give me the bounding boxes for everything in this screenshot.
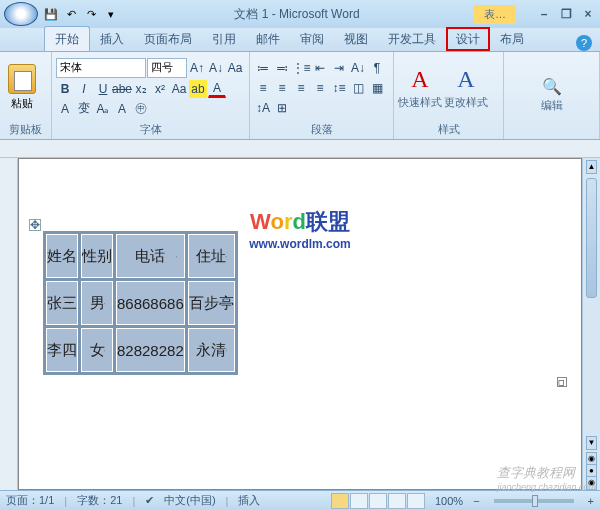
table-cell[interactable]: 女 — [81, 328, 113, 372]
font-color-button[interactable]: A — [208, 80, 226, 98]
vertical-scrollbar[interactable]: ▲ ▼ ◉ ● ◉ — [582, 158, 600, 490]
change-styles-button[interactable]: A 更改样式 — [444, 66, 488, 110]
highlight-button[interactable]: ab — [189, 80, 207, 98]
phonetic-button[interactable]: 变 — [75, 100, 93, 118]
table-cell[interactable]: 性别 — [81, 234, 113, 278]
minimize-button[interactable]: – — [536, 7, 552, 21]
tab-page-layout[interactable]: 页面布局 — [134, 27, 202, 51]
change-case-button[interactable]: Aa — [170, 80, 188, 98]
close-button[interactable]: × — [580, 7, 596, 21]
char-shading-button[interactable]: A — [113, 100, 131, 118]
table-cell[interactable]: 张三 — [46, 281, 78, 325]
align-center-button[interactable]: ≡ — [273, 79, 291, 97]
draft-view[interactable] — [407, 493, 425, 509]
char-border-button[interactable]: Aₐ — [94, 100, 112, 118]
tab-insert[interactable]: 插入 — [90, 27, 134, 51]
table-cell[interactable]: 86868686 — [116, 281, 185, 325]
save-icon[interactable]: 💾 — [42, 5, 60, 23]
table-row: 姓名 性别 电话 住址 — [46, 234, 235, 278]
office-button[interactable] — [4, 2, 38, 26]
table-move-handle[interactable]: ✥ — [29, 219, 41, 231]
status-language[interactable]: 中文(中国) — [164, 493, 215, 508]
help-icon[interactable]: ? — [576, 35, 592, 51]
group-editing: 🔍 编辑 — [504, 52, 600, 139]
enclose-char-button[interactable]: ㊥ — [132, 100, 150, 118]
status-bar: 页面：1/1 | 字数：21 | ✔ 中文(中国) | 插入 100% − + — [0, 490, 600, 510]
scroll-down-icon[interactable]: ▼ — [586, 436, 597, 450]
horizontal-ruler[interactable] — [0, 140, 600, 158]
paste-button[interactable]: 粘贴 — [4, 64, 40, 111]
table-resize-handle[interactable]: ◻ — [557, 377, 567, 387]
bold-button[interactable]: B — [56, 80, 74, 98]
superscript-button[interactable]: x² — [151, 80, 169, 98]
tab-references[interactable]: 引用 — [202, 27, 246, 51]
zoom-out-button[interactable]: − — [473, 495, 479, 507]
tab-mailings[interactable]: 邮件 — [246, 27, 290, 51]
shrink-font-icon[interactable]: A↓ — [207, 59, 225, 77]
document-table[interactable]: 姓名 性别 电话 住址 张三 男 86868686 百步亭 李四 女 82828… — [43, 231, 238, 375]
spellcheck-icon[interactable]: ✔ — [145, 494, 154, 507]
decrease-indent-button[interactable]: ⇤ — [311, 59, 329, 77]
sort-button[interactable]: A↓ — [349, 59, 367, 77]
table-cell[interactable]: 百步亭 — [188, 281, 235, 325]
align-left-button[interactable]: ≡ — [254, 79, 272, 97]
italic-button[interactable]: I — [75, 80, 93, 98]
redo-icon[interactable]: ↷ — [82, 5, 100, 23]
shading-button[interactable]: ◫ — [349, 79, 367, 97]
zoom-level[interactable]: 100% — [435, 495, 463, 507]
status-wordcount[interactable]: 字数：21 — [77, 493, 122, 508]
tab-home[interactable]: 开始 — [44, 26, 90, 51]
paste-label: 粘贴 — [11, 96, 33, 111]
borders-button[interactable]: ▦ — [368, 79, 386, 97]
zoom-knob[interactable] — [532, 495, 538, 507]
restore-button[interactable]: ❐ — [558, 7, 574, 21]
multilevel-button[interactable]: ⋮≡ — [292, 59, 310, 77]
table-cell[interactable]: 永清 — [188, 328, 235, 372]
status-page[interactable]: 页面：1/1 — [6, 493, 54, 508]
snap-grid-button[interactable]: ⊞ — [273, 99, 291, 117]
tab-design[interactable]: 设计 — [446, 27, 490, 51]
align-right-button[interactable]: ≡ — [292, 79, 310, 97]
increase-indent-button[interactable]: ⇥ — [330, 59, 348, 77]
table-cell[interactable]: 电话 — [116, 234, 185, 278]
justify-button[interactable]: ≡ — [311, 79, 329, 97]
subscript-button[interactable]: x₂ — [132, 80, 150, 98]
tab-layout[interactable]: 布局 — [490, 27, 534, 51]
table-row: 张三 男 86868686 百步亭 — [46, 281, 235, 325]
underline-button[interactable]: U — [94, 80, 112, 98]
show-marks-button[interactable]: ¶ — [368, 59, 386, 77]
scroll-up-icon[interactable]: ▲ — [586, 160, 597, 174]
font-name-select[interactable] — [56, 58, 146, 78]
undo-icon[interactable]: ↶ — [62, 5, 80, 23]
table-cell[interactable]: 姓名 — [46, 234, 78, 278]
qat-more-icon[interactable]: ▾ — [102, 5, 120, 23]
tab-review[interactable]: 审阅 — [290, 27, 334, 51]
tab-developer[interactable]: 开发工具 — [378, 27, 446, 51]
tab-view[interactable]: 视图 — [334, 27, 378, 51]
zoom-slider[interactable] — [494, 499, 574, 503]
editing-button[interactable]: 🔍 编辑 — [530, 77, 574, 113]
scroll-thumb[interactable] — [586, 178, 597, 298]
bullets-button[interactable]: ≔ — [254, 59, 272, 77]
text-effect-button[interactable]: A — [56, 100, 74, 118]
text-direction-button[interactable]: ↕A — [254, 99, 272, 117]
clear-format-icon[interactable]: Aa — [226, 59, 244, 77]
outline-view[interactable] — [388, 493, 406, 509]
print-layout-view[interactable] — [331, 493, 349, 509]
fullscreen-view[interactable] — [350, 493, 368, 509]
numbering-button[interactable]: ≕ — [273, 59, 291, 77]
zoom-in-button[interactable]: + — [588, 495, 594, 507]
table-cell[interactable]: 82828282 — [116, 328, 185, 372]
web-layout-view[interactable] — [369, 493, 387, 509]
status-insert-mode[interactable]: 插入 — [238, 493, 260, 508]
document-page[interactable]: Word联盟 www.wordlm.com ✥ 姓名 性别 电话 住址 张三 男… — [18, 158, 582, 490]
vertical-ruler[interactable] — [0, 158, 18, 490]
font-size-select[interactable] — [147, 58, 187, 78]
table-cell[interactable]: 男 — [81, 281, 113, 325]
line-spacing-button[interactable]: ↕≡ — [330, 79, 348, 97]
table-cell[interactable]: 住址 — [188, 234, 235, 278]
quick-styles-button[interactable]: A 快速样式 — [398, 66, 442, 110]
strike-button[interactable]: abe — [113, 80, 131, 98]
table-cell[interactable]: 李四 — [46, 328, 78, 372]
grow-font-icon[interactable]: A↑ — [188, 59, 206, 77]
